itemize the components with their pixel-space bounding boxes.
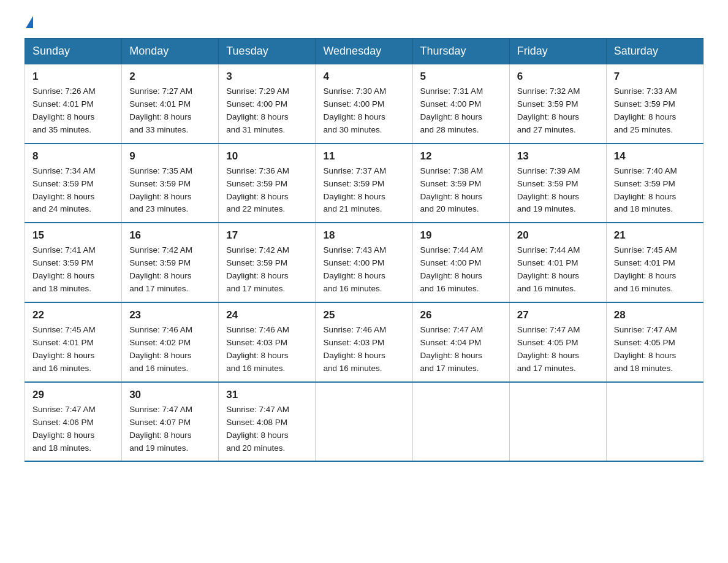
day-number: 8 xyxy=(32,150,114,163)
calendar-cell: 6 Sunrise: 7:32 AM Sunset: 3:59 PM Dayli… xyxy=(509,64,606,144)
day-info: Sunrise: 7:47 AM Sunset: 4:05 PM Dayligh… xyxy=(517,324,599,375)
day-info: Sunrise: 7:40 AM Sunset: 3:59 PM Dayligh… xyxy=(614,165,696,216)
day-info: Sunrise: 7:46 AM Sunset: 4:02 PM Dayligh… xyxy=(129,324,211,375)
day-number: 10 xyxy=(226,150,308,163)
calendar-cell: 27 Sunrise: 7:47 AM Sunset: 4:05 PM Dayl… xyxy=(509,302,606,382)
day-info: Sunrise: 7:44 AM Sunset: 4:00 PM Dayligh… xyxy=(420,244,502,296)
calendar-cell: 15 Sunrise: 7:41 AM Sunset: 3:59 PM Dayl… xyxy=(25,223,122,302)
day-info: Sunrise: 7:47 AM Sunset: 4:07 PM Dayligh… xyxy=(129,404,211,455)
calendar-cell: 4 Sunrise: 7:30 AM Sunset: 4:00 PM Dayli… xyxy=(316,64,412,144)
day-info: Sunrise: 7:43 AM Sunset: 4:00 PM Dayligh… xyxy=(323,244,404,296)
day-number: 14 xyxy=(614,150,696,163)
calendar-cell: 12 Sunrise: 7:38 AM Sunset: 3:59 PM Dayl… xyxy=(412,144,509,223)
logo-triangle-icon xyxy=(26,16,33,28)
day-number: 15 xyxy=(32,229,114,242)
day-number: 17 xyxy=(226,229,308,242)
day-number: 23 xyxy=(129,309,211,321)
day-info: Sunrise: 7:42 AM Sunset: 3:59 PM Dayligh… xyxy=(129,244,211,296)
day-number: 3 xyxy=(226,71,308,83)
day-number: 4 xyxy=(323,71,404,83)
calendar-header-row: SundayMondayTuesdayWednesdayThursdayFrid… xyxy=(25,39,703,64)
day-info: Sunrise: 7:34 AM Sunset: 3:59 PM Dayligh… xyxy=(32,165,114,216)
day-info: Sunrise: 7:33 AM Sunset: 3:59 PM Dayligh… xyxy=(614,85,696,137)
day-info: Sunrise: 7:46 AM Sunset: 4:03 PM Dayligh… xyxy=(323,324,404,375)
calendar-cell: 1 Sunrise: 7:26 AM Sunset: 4:01 PM Dayli… xyxy=(25,64,122,144)
header-monday: Monday xyxy=(122,39,219,64)
day-info: Sunrise: 7:46 AM Sunset: 4:03 PM Dayligh… xyxy=(226,324,308,375)
day-info: Sunrise: 7:45 AM Sunset: 4:01 PM Dayligh… xyxy=(32,324,114,375)
day-info: Sunrise: 7:27 AM Sunset: 4:01 PM Dayligh… xyxy=(129,85,211,137)
calendar-cell: 9 Sunrise: 7:35 AM Sunset: 3:59 PM Dayli… xyxy=(122,144,219,223)
day-info: Sunrise: 7:47 AM Sunset: 4:04 PM Dayligh… xyxy=(420,324,502,375)
page-header xyxy=(25,18,703,26)
day-info: Sunrise: 7:26 AM Sunset: 4:01 PM Dayligh… xyxy=(32,85,114,137)
day-number: 12 xyxy=(420,150,502,163)
day-number: 21 xyxy=(614,229,696,242)
day-number: 24 xyxy=(226,309,308,321)
calendar-cell: 3 Sunrise: 7:29 AM Sunset: 4:00 PM Dayli… xyxy=(219,64,316,144)
day-info: Sunrise: 7:39 AM Sunset: 3:59 PM Dayligh… xyxy=(517,165,599,216)
day-number: 20 xyxy=(517,229,599,242)
logo xyxy=(25,18,33,26)
calendar-cell: 13 Sunrise: 7:39 AM Sunset: 3:59 PM Dayl… xyxy=(509,144,606,223)
calendar-cell: 8 Sunrise: 7:34 AM Sunset: 3:59 PM Dayli… xyxy=(25,144,122,223)
calendar-table: SundayMondayTuesdayWednesdayThursdayFrid… xyxy=(25,38,703,462)
day-info: Sunrise: 7:35 AM Sunset: 3:59 PM Dayligh… xyxy=(129,165,211,216)
calendar-week-row: 15 Sunrise: 7:41 AM Sunset: 3:59 PM Dayl… xyxy=(25,223,703,302)
calendar-cell: 25 Sunrise: 7:46 AM Sunset: 4:03 PM Dayl… xyxy=(316,302,412,382)
day-info: Sunrise: 7:31 AM Sunset: 4:00 PM Dayligh… xyxy=(420,85,502,137)
calendar-cell: 20 Sunrise: 7:44 AM Sunset: 4:01 PM Dayl… xyxy=(509,223,606,302)
calendar-cell: 22 Sunrise: 7:45 AM Sunset: 4:01 PM Dayl… xyxy=(25,302,122,382)
calendar-cell: 28 Sunrise: 7:47 AM Sunset: 4:05 PM Dayl… xyxy=(606,302,703,382)
calendar-cell: 23 Sunrise: 7:46 AM Sunset: 4:02 PM Dayl… xyxy=(122,302,219,382)
header-saturday: Saturday xyxy=(606,39,703,64)
calendar-week-row: 8 Sunrise: 7:34 AM Sunset: 3:59 PM Dayli… xyxy=(25,144,703,223)
day-number: 18 xyxy=(323,229,404,242)
day-number: 11 xyxy=(323,150,404,163)
calendar-week-row: 1 Sunrise: 7:26 AM Sunset: 4:01 PM Dayli… xyxy=(25,64,703,144)
day-number: 13 xyxy=(517,150,599,163)
day-info: Sunrise: 7:47 AM Sunset: 4:08 PM Dayligh… xyxy=(226,404,308,455)
day-number: 16 xyxy=(129,229,211,242)
header-tuesday: Tuesday xyxy=(219,39,316,64)
day-info: Sunrise: 7:32 AM Sunset: 3:59 PM Dayligh… xyxy=(517,85,599,137)
day-number: 28 xyxy=(614,309,696,321)
calendar-cell: 30 Sunrise: 7:47 AM Sunset: 4:07 PM Dayl… xyxy=(122,382,219,462)
calendar-cell: 7 Sunrise: 7:33 AM Sunset: 3:59 PM Dayli… xyxy=(606,64,703,144)
day-info: Sunrise: 7:38 AM Sunset: 3:59 PM Dayligh… xyxy=(420,165,502,216)
day-info: Sunrise: 7:45 AM Sunset: 4:01 PM Dayligh… xyxy=(614,244,696,296)
day-number: 29 xyxy=(32,389,114,401)
day-info: Sunrise: 7:30 AM Sunset: 4:00 PM Dayligh… xyxy=(323,85,404,137)
day-info: Sunrise: 7:42 AM Sunset: 3:59 PM Dayligh… xyxy=(226,244,308,296)
header-sunday: Sunday xyxy=(25,39,122,64)
day-number: 9 xyxy=(129,150,211,163)
calendar-cell xyxy=(509,382,606,462)
day-info: Sunrise: 7:41 AM Sunset: 3:59 PM Dayligh… xyxy=(32,244,114,296)
day-number: 2 xyxy=(129,71,211,83)
day-number: 22 xyxy=(32,309,114,321)
day-info: Sunrise: 7:47 AM Sunset: 4:06 PM Dayligh… xyxy=(32,404,114,455)
calendar-cell xyxy=(412,382,509,462)
calendar-cell: 18 Sunrise: 7:43 AM Sunset: 4:00 PM Dayl… xyxy=(316,223,412,302)
day-number: 1 xyxy=(32,71,114,83)
day-info: Sunrise: 7:29 AM Sunset: 4:00 PM Dayligh… xyxy=(226,85,308,137)
calendar-cell: 24 Sunrise: 7:46 AM Sunset: 4:03 PM Dayl… xyxy=(219,302,316,382)
calendar-week-row: 22 Sunrise: 7:45 AM Sunset: 4:01 PM Dayl… xyxy=(25,302,703,382)
day-number: 19 xyxy=(420,229,502,242)
header-thursday: Thursday xyxy=(412,39,509,64)
day-number: 25 xyxy=(323,309,404,321)
calendar-cell xyxy=(606,382,703,462)
calendar-cell: 5 Sunrise: 7:31 AM Sunset: 4:00 PM Dayli… xyxy=(412,64,509,144)
header-friday: Friday xyxy=(509,39,606,64)
header-wednesday: Wednesday xyxy=(316,39,412,64)
calendar-cell: 26 Sunrise: 7:47 AM Sunset: 4:04 PM Dayl… xyxy=(412,302,509,382)
day-info: Sunrise: 7:36 AM Sunset: 3:59 PM Dayligh… xyxy=(226,165,308,216)
day-info: Sunrise: 7:37 AM Sunset: 3:59 PM Dayligh… xyxy=(323,165,404,216)
day-number: 27 xyxy=(517,309,599,321)
day-number: 31 xyxy=(226,389,308,401)
day-number: 30 xyxy=(129,389,211,401)
calendar-cell: 17 Sunrise: 7:42 AM Sunset: 3:59 PM Dayl… xyxy=(219,223,316,302)
calendar-cell: 19 Sunrise: 7:44 AM Sunset: 4:00 PM Dayl… xyxy=(412,223,509,302)
day-number: 6 xyxy=(517,71,599,83)
calendar-cell: 21 Sunrise: 7:45 AM Sunset: 4:01 PM Dayl… xyxy=(606,223,703,302)
